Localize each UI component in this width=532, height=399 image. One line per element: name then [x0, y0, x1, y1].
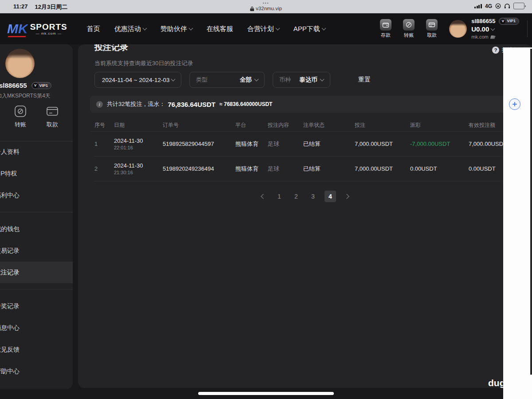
- nav-item-home[interactable]: 首页: [87, 25, 100, 33]
- tab-dots[interactable]: •••: [263, 1, 269, 5]
- sidebar-item-help-center[interactable]: 帮助中心: [0, 360, 73, 382]
- top-navbar: MK SPORTS — mk.com — 首页 优惠活动 赞助伙伴 在线客服 合…: [0, 13, 532, 44]
- chevron-left-icon: [261, 194, 266, 199]
- balance-dropdown[interactable]: U0.00: [471, 25, 519, 34]
- flag-icon: [490, 35, 496, 39]
- chevron-down-icon: [142, 26, 147, 31]
- sidebar-item-my-wallet[interactable]: 我的钱包: [0, 218, 73, 240]
- rotation-lock-icon: [495, 3, 501, 9]
- nav-item-livechat[interactable]: 在线客服: [207, 25, 233, 33]
- question-icon: ?: [492, 47, 499, 54]
- nav-item-app-download[interactable]: APP下载: [293, 25, 325, 33]
- payout-cell: 0.00USDT: [410, 165, 469, 172]
- totals-summary-bar: i 共计32笔投注，流水： 76,836.64USDT ≈ 76836.6400…: [90, 96, 530, 113]
- username: sl886655: [471, 18, 495, 25]
- date-cell: 2024-11-30 21:30:16: [114, 162, 163, 175]
- page-button-1[interactable]: 1: [274, 191, 285, 202]
- payout-cell: -7,000.00USDT: [410, 141, 469, 147]
- type-select[interactable]: 类型 全部: [189, 72, 265, 88]
- date-cell: 2024-11-30 22:01:16: [114, 137, 163, 150]
- account-sidebar: sl886655 V VIP1 加入MKSPORTS第4天 转账 取款 个人资料…: [0, 44, 73, 389]
- nav-item-promotions[interactable]: 优惠活动: [114, 25, 146, 33]
- clock: 11:27: [13, 3, 28, 11]
- page-title: 投注记录: [94, 44, 128, 53]
- chevron-right-icon: [344, 194, 349, 199]
- mk-sports-logo[interactable]: MK SPORTS — mk.com —: [7, 22, 67, 35]
- user-info: sl886655 V VIP1 U0.00 mk.com: [471, 18, 519, 40]
- page-button-3[interactable]: 3: [308, 191, 318, 202]
- deposit-button[interactable]: 存款: [376, 19, 396, 39]
- address-bar[interactable]: v32nmu.vip: [250, 6, 282, 11]
- add-circle-button[interactable]: [509, 98, 520, 110]
- chevron-down-icon: [254, 77, 259, 82]
- table-row[interactable]: 2 2024-11-30 21:30:16 5198920249236494 熊…: [94, 156, 532, 181]
- reset-button[interactable]: 重置: [358, 76, 371, 84]
- slide-over-panel: [503, 47, 532, 399]
- sidebar-item-bet-records[interactable]: 投注记录: [0, 262, 73, 283]
- joined-days-label: 加入MKSPORTS第4天: [0, 92, 51, 100]
- wallet-actions: 存款 转账 取款: [376, 19, 442, 39]
- lock-icon: [250, 6, 254, 11]
- status-date: 12月3日周二: [35, 3, 68, 11]
- right-edge-strip: [530, 49, 532, 375]
- main-menu: 首页 优惠活动 赞助伙伴 在线客服 合营计划 APP下载: [87, 25, 325, 33]
- chevron-down-icon: [320, 77, 325, 82]
- table-header: 序号 日期 订单号 平台 投注内容 注单状态 投注 派彩 有效投注额: [94, 120, 532, 130]
- nav-item-affiliate[interactable]: 合营计划: [247, 25, 279, 33]
- bank-card-icon: [426, 19, 438, 31]
- chevron-down-icon: [275, 26, 280, 31]
- coin-icon: [403, 19, 415, 31]
- sidebar-vip-badge: V VIP1: [31, 82, 52, 89]
- vip-v-icon: V: [33, 83, 38, 88]
- next-page-button[interactable]: [342, 191, 351, 202]
- chevron-down-icon: [171, 77, 176, 82]
- table-row[interactable]: 1 2024-11-30 22:01:16 5198925829044597 熊…: [94, 132, 532, 156]
- sidebar-item-profile[interactable]: 个人资料: [0, 141, 73, 163]
- sidebar-item-vip-privileges[interactable]: VIP特权: [0, 163, 73, 184]
- sidebar-withdraw-button[interactable]: 取款: [41, 105, 64, 129]
- divider: [0, 212, 73, 212]
- turnover-amount: 76,836.64USDT: [168, 101, 215, 108]
- user-avatar[interactable]: [449, 20, 467, 38]
- nav-item-sponsors[interactable]: 赞助伙伴: [160, 25, 192, 33]
- battery-icon: [513, 3, 526, 9]
- sidebar-item-benefits-center[interactable]: 福利中心: [0, 184, 73, 206]
- divider: [0, 289, 73, 289]
- date-range-select[interactable]: 2024-11-04 ~ 2024-12-03: [94, 72, 181, 88]
- pagination: 1 2 3 4: [78, 191, 532, 202]
- watermark-text: dug: [488, 378, 505, 388]
- sidebar-username: sl886655: [0, 82, 27, 89]
- network-type: 4G: [485, 3, 492, 9]
- logo-mk-text: MK: [7, 22, 28, 35]
- page-button-2[interactable]: 2: [291, 191, 301, 202]
- ios-status-bar: 11:27 12月3日周二 ••• v32nmu.vip 4G: [0, 0, 532, 13]
- currency-select[interactable]: 币种 泰达币: [273, 72, 330, 88]
- coin-icon: [14, 105, 27, 118]
- summary-text: 共计32笔投注，流水：: [107, 100, 165, 108]
- sidebar-transfer-button[interactable]: 转账: [9, 105, 32, 129]
- vip-badge: V VIP1: [499, 18, 519, 25]
- info-icon: i: [96, 101, 103, 108]
- sidebar-item-feedback[interactable]: 意见反馈: [0, 339, 73, 360]
- nav-divider: [527, 20, 528, 37]
- logo-domain-text: — mk.com —: [35, 32, 61, 35]
- sidebar-item-winning-records[interactable]: 中奖记录: [0, 295, 73, 317]
- sidebar-avatar[interactable]: [5, 49, 35, 78]
- prev-page-button[interactable]: [259, 191, 268, 202]
- transfer-button[interactable]: 转账: [399, 19, 419, 39]
- chevron-down-icon: [188, 26, 193, 31]
- wallet-icon: [380, 19, 391, 31]
- chevron-down-icon: [491, 27, 495, 31]
- headphones-icon: [504, 4, 510, 9]
- home-indicator[interactable]: [198, 392, 334, 395]
- sidebar-item-transaction-records[interactable]: 交易记录: [0, 240, 73, 262]
- signal-bars-icon: [474, 4, 482, 8]
- logo-sports-text: SPORTS: [30, 23, 67, 31]
- withdraw-button[interactable]: 取款: [422, 19, 442, 39]
- query-range-note: 当前系统支持查询最近30日的投注记录: [94, 59, 193, 67]
- turnover-approx: ≈ 76836.640000USDT: [219, 101, 272, 107]
- sidebar-item-message-center[interactable]: 消息中心: [0, 317, 73, 339]
- site-label: mk.com: [471, 34, 519, 40]
- page-button-4-active[interactable]: 4: [325, 191, 336, 202]
- vip-v-icon: V: [500, 19, 505, 24]
